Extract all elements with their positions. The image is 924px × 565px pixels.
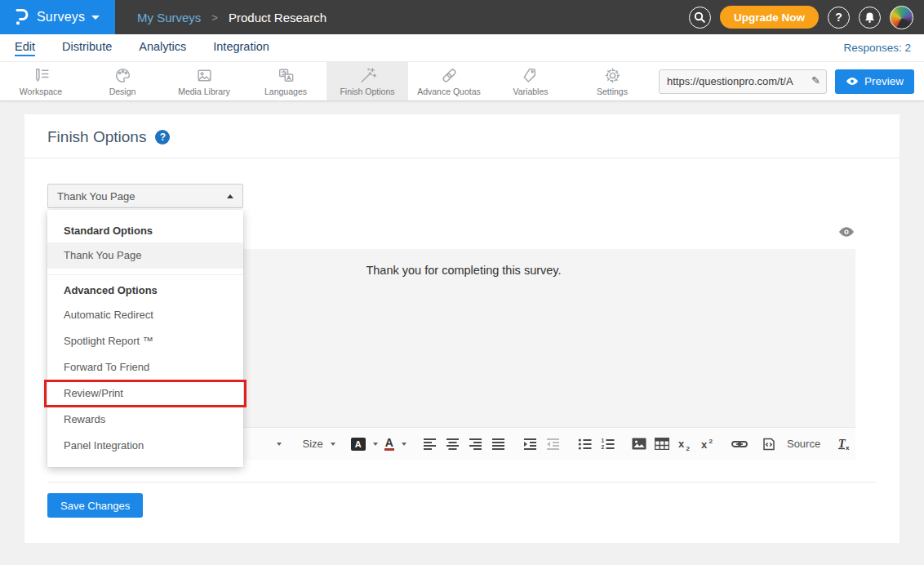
select-value: Thank You Page bbox=[57, 190, 135, 202]
survey-tabs: Edit Distribute Analytics Integration bbox=[15, 40, 269, 56]
subscript-button[interactable]: x2 bbox=[674, 434, 695, 455]
align-center-button[interactable] bbox=[442, 434, 464, 455]
notifications-button[interactable] bbox=[859, 7, 881, 29]
numbered-list-button[interactable]: 12 bbox=[597, 434, 618, 455]
size-label: Size bbox=[303, 438, 323, 450]
ribbon-label: Advance Quotas bbox=[417, 87, 481, 96]
topbar-actions: Upgrade Now ? bbox=[689, 6, 924, 29]
source-button[interactable]: Source bbox=[760, 438, 824, 451]
tab-edit[interactable]: Edit bbox=[15, 40, 35, 56]
menu-item-panel-integration[interactable]: Panel Integration bbox=[47, 433, 243, 459]
menu-item-thank-you-page[interactable]: Thank You Page bbox=[47, 242, 243, 269]
indent-button[interactable] bbox=[520, 434, 541, 455]
footer-divider bbox=[47, 482, 877, 483]
insert-link-button[interactable] bbox=[729, 434, 750, 455]
svg-text:2: 2 bbox=[601, 444, 604, 450]
bullet-list-button[interactable] bbox=[574, 434, 595, 455]
top-bar: Surveys My Surveys > Product Research Up… bbox=[0, 0, 924, 34]
chevron-down-icon bbox=[373, 443, 378, 446]
menu-item-automatic-redirect[interactable]: Automatic Redirect bbox=[47, 302, 243, 328]
tab-analytics[interactable]: Analytics bbox=[139, 40, 186, 56]
breadcrumb-survey-name: Product Research bbox=[229, 11, 327, 24]
source-icon bbox=[763, 438, 775, 451]
survey-url-input[interactable] bbox=[659, 69, 827, 94]
menu-item-review-print[interactable]: Review/Print bbox=[47, 380, 243, 407]
design-icon bbox=[113, 66, 132, 85]
text-color-icon: A bbox=[384, 437, 394, 451]
chevron-up-icon bbox=[227, 194, 233, 198]
insert-image-button[interactable] bbox=[629, 434, 650, 455]
font-size-dropdown[interactable]: Size bbox=[300, 438, 339, 450]
upgrade-now-button[interactable]: Upgrade Now bbox=[720, 6, 819, 29]
outdent-button[interactable] bbox=[543, 434, 564, 455]
bell-icon bbox=[864, 11, 876, 24]
menu-item-forward-to-friend[interactable]: Forward To Friend bbox=[47, 354, 243, 380]
ribbon-label: Languages bbox=[264, 87, 307, 96]
svg-text:x: x bbox=[846, 444, 850, 451]
remove-format-button[interactable]: Tx bbox=[833, 434, 855, 455]
align-right-button[interactable] bbox=[465, 434, 486, 455]
justify-button[interactable] bbox=[488, 434, 509, 455]
search-icon bbox=[694, 11, 705, 23]
menu-item-rewards[interactable]: Rewards bbox=[47, 407, 243, 433]
finish-option-select[interactable]: Thank You Page bbox=[47, 184, 243, 208]
source-label: Source bbox=[787, 438, 820, 450]
menu-group-standard: Standard Options bbox=[47, 216, 243, 242]
ribbon-item-workspace[interactable]: Workspace bbox=[0, 62, 82, 100]
ribbon-item-design[interactable]: Design bbox=[82, 62, 163, 100]
edit-url-pencil-icon[interactable]: ✎ bbox=[811, 74, 820, 87]
ribbon-item-finish-options[interactable]: Finish Options bbox=[327, 62, 408, 100]
svg-text:x: x bbox=[701, 438, 708, 451]
preview-button[interactable]: Preview bbox=[835, 69, 914, 94]
chevron-down-icon bbox=[331, 443, 335, 446]
background-color-button[interactable]: A bbox=[348, 438, 381, 451]
superscript-button[interactable]: x2 bbox=[697, 434, 718, 455]
menu-item-label: Review/Print bbox=[64, 387, 123, 399]
ribbon-label: Settings bbox=[597, 87, 628, 96]
ribbon-item-media-library[interactable]: Media Library bbox=[163, 62, 245, 100]
tab-integration[interactable]: Integration bbox=[213, 40, 269, 56]
title-help-icon[interactable]: ? bbox=[155, 130, 170, 145]
survey-url-field-wrap: ✎ bbox=[659, 69, 827, 94]
advance-quotas-icon bbox=[440, 66, 459, 85]
help-button[interactable]: ? bbox=[828, 7, 850, 29]
ribbon-item-settings[interactable]: Settings bbox=[571, 62, 653, 100]
preview-label: Preview bbox=[864, 75, 904, 87]
save-changes-button[interactable]: Save Changes bbox=[47, 493, 143, 518]
ribbon-label: Media Library bbox=[178, 87, 230, 96]
ribbon-label: Variables bbox=[513, 87, 549, 96]
text-color-button[interactable]: A bbox=[381, 437, 410, 451]
chevron-down-icon bbox=[91, 16, 100, 20]
chevron-down-icon bbox=[402, 443, 406, 446]
editor-preview-eye-button[interactable] bbox=[838, 226, 855, 238]
breadcrumb-separator: > bbox=[211, 11, 218, 24]
ribbon-item-advance-quotas[interactable]: Advance Quotas bbox=[408, 62, 490, 100]
workspace-icon bbox=[32, 66, 51, 85]
page-title: Finish Options bbox=[47, 128, 146, 146]
search-button[interactable] bbox=[689, 7, 711, 29]
languages-icon bbox=[277, 66, 295, 85]
edit-toolbar: Workspace Design Media Library Languages… bbox=[0, 62, 924, 101]
insert-table-button[interactable] bbox=[651, 434, 673, 455]
ribbon-item-languages[interactable]: Languages bbox=[245, 62, 327, 100]
product-switcher[interactable]: Surveys bbox=[0, 0, 115, 34]
eye-icon bbox=[838, 226, 855, 238]
product-name: Surveys bbox=[37, 10, 85, 24]
finish-option-menu: Standard Options Thank You Page Advanced… bbox=[47, 210, 243, 467]
questionpro-app: Surveys My Surveys > Product Research Up… bbox=[0, 0, 924, 565]
ribbon-item-variables[interactable]: Variables bbox=[490, 62, 571, 100]
breadcrumb-my-surveys[interactable]: My Surveys bbox=[137, 11, 201, 24]
title-divider bbox=[24, 158, 900, 158]
user-avatar[interactable] bbox=[890, 6, 913, 29]
responses-count[interactable]: Responses: 2 bbox=[843, 42, 924, 54]
svg-text:2: 2 bbox=[709, 438, 713, 445]
align-left-button[interactable] bbox=[420, 434, 441, 455]
tab-distribute[interactable]: Distribute bbox=[62, 40, 112, 56]
font-dropdown-caret[interactable] bbox=[269, 434, 290, 455]
menu-item-spotlight-report[interactable]: Spotlight Report ™ bbox=[47, 328, 243, 354]
svg-text:2: 2 bbox=[686, 444, 691, 451]
ribbon-label: Design bbox=[109, 87, 136, 96]
svg-text:1: 1 bbox=[601, 438, 604, 443]
variables-icon bbox=[522, 66, 540, 85]
ribbon-label: Workspace bbox=[20, 87, 62, 96]
